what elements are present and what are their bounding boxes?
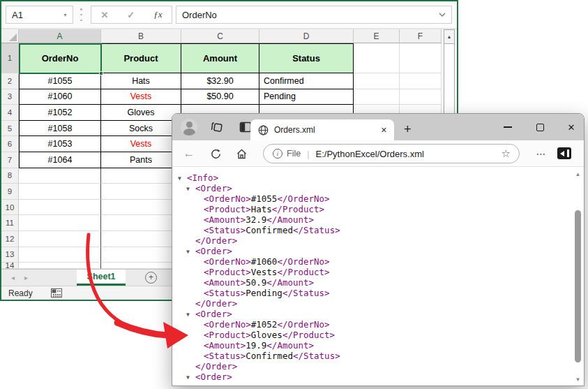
cell-empty[interactable] [19, 215, 101, 231]
cell-D3[interactable]: Pending [259, 89, 354, 105]
row-header-12[interactable]: 12 [1, 231, 19, 247]
header-cell-Product[interactable]: Product [101, 43, 181, 73]
minimize-button[interactable] [497, 114, 518, 140]
cell-empty[interactable] [19, 168, 101, 184]
row-header-7[interactable]: 7 [1, 152, 19, 168]
cell-A5[interactable]: #1058 [19, 121, 101, 137]
row-header-2[interactable]: 2 [1, 73, 19, 89]
formula-bar-expand-icon[interactable] [439, 13, 446, 17]
select-all-corner[interactable] [1, 29, 19, 43]
cell-B6[interactable]: Vests [101, 136, 181, 152]
favorite-star-icon[interactable]: ☆ [502, 147, 511, 160]
cell-empty[interactable] [101, 247, 181, 263]
name-box-caret-icon[interactable]: ▼ [63, 13, 68, 17]
row-header-8[interactable]: 8 [1, 168, 19, 184]
cell-empty[interactable] [400, 73, 442, 89]
cell-empty[interactable] [354, 73, 400, 89]
sheet-tab-sheet1[interactable]: Sheet1 [77, 270, 126, 286]
cancel-icon[interactable]: ✕ [100, 10, 108, 20]
cell-empty[interactable] [19, 200, 101, 216]
cell-empty[interactable] [354, 43, 400, 73]
cell-A6[interactable]: #1053 [19, 136, 101, 152]
close-button[interactable]: ✕ [561, 114, 582, 140]
sheet-prev-icon[interactable]: ◂ [11, 274, 15, 281]
sheet-row: 1OrderNoProductAmountStatus [1, 43, 442, 73]
row-header-14[interactable]: 14 [1, 263, 19, 269]
row-header-3[interactable]: 3 [1, 89, 19, 105]
header-cell-Status[interactable]: Status [259, 43, 354, 73]
cell-C2[interactable]: $32.90 [181, 73, 259, 89]
new-sheet-button[interactable]: + [145, 272, 157, 284]
column-header-C[interactable]: C [181, 29, 259, 43]
sidebar-toggle-icon[interactable] [557, 147, 571, 159]
cell-empty[interactable] [101, 200, 181, 216]
scroll-up-icon[interactable]: ▲ [573, 171, 583, 177]
column-header-E[interactable]: E [354, 29, 400, 43]
cell-empty[interactable] [101, 231, 181, 247]
column-header-D[interactable]: D [259, 29, 354, 43]
cell-B4[interactable]: Gloves [101, 105, 181, 121]
row-header-13[interactable]: 13 [1, 247, 19, 263]
collapse-triangle-icon[interactable]: ▼ [186, 372, 195, 383]
column-header-F[interactable]: F [400, 29, 442, 43]
insert-function-icon[interactable]: ƒx [153, 9, 162, 20]
cell-empty[interactable] [400, 89, 442, 105]
row-header-11[interactable]: 11 [1, 215, 19, 231]
collapse-triangle-icon[interactable]: ▼ [186, 247, 195, 257]
cell-B7[interactable]: Pants [101, 152, 181, 168]
header-cell-OrderNo[interactable]: OrderNo [19, 43, 101, 73]
row-header-4[interactable]: 4 [1, 105, 19, 121]
formula-bar-input[interactable]: OrderNo [176, 6, 452, 24]
collapse-triangle-icon[interactable]: ▼ [186, 309, 195, 320]
row-header-10[interactable]: 10 [1, 200, 19, 216]
row-header-9[interactable]: 9 [1, 184, 19, 200]
cell-B5[interactable]: Socks [101, 121, 181, 137]
sheet-next-icon[interactable]: ▸ [24, 274, 28, 281]
cell-empty[interactable] [101, 215, 181, 231]
refresh-button[interactable] [206, 140, 225, 167]
header-cell-Amount[interactable]: Amount [181, 43, 259, 73]
scroll-up-icon[interactable]: ▲ [444, 30, 454, 44]
page-info-icon[interactable]: i [273, 149, 282, 159]
cell-empty[interactable] [19, 231, 101, 247]
address-bar[interactable]: i File | E:/PythonExcel/Orders.xml ☆ [263, 144, 520, 163]
macro-record-icon[interactable] [51, 288, 62, 298]
enter-icon[interactable]: ✓ [127, 10, 135, 20]
cell-empty[interactable] [101, 184, 181, 200]
column-header-A[interactable]: A [19, 29, 101, 43]
cell-D2[interactable]: Confirmed [259, 73, 354, 89]
collapse-triangle-icon[interactable]: ▼ [186, 184, 195, 194]
row-header-6[interactable]: 6 [1, 136, 19, 152]
scroll-down-icon[interactable]: ▼ [573, 376, 583, 383]
cell-B3[interactable]: Vests [101, 89, 181, 105]
cell-empty[interactable] [19, 263, 101, 269]
collapse-triangle-icon[interactable]: ▼ [178, 173, 187, 184]
scrollbar-thumb[interactable] [575, 210, 581, 362]
home-button[interactable] [232, 140, 250, 167]
workspaces-icon[interactable] [210, 121, 223, 134]
cell-A2[interactable]: #1055 [19, 73, 101, 89]
new-tab-button[interactable]: + [404, 119, 412, 139]
browser-tab-orders-xml[interactable]: Orders.xml ✕ [250, 119, 394, 140]
name-box[interactable]: A1 ▼ [6, 6, 73, 24]
more-menu-icon[interactable]: ⋯ [532, 140, 550, 167]
tab-close-icon[interactable]: ✕ [381, 126, 387, 135]
browser-vertical-scrollbar[interactable]: ▲ ▼ [573, 168, 583, 384]
cell-empty[interactable] [19, 184, 101, 200]
row-header-1[interactable]: 1 [1, 43, 19, 73]
cell-empty[interactable] [101, 168, 181, 184]
cell-A4[interactable]: #1052 [19, 105, 101, 121]
maximize-button[interactable] [529, 114, 550, 140]
cell-A7[interactable]: #1064 [19, 152, 101, 168]
cell-A3[interactable]: #1060 [19, 89, 101, 105]
cell-empty[interactable] [400, 43, 442, 73]
cell-empty[interactable] [101, 263, 181, 269]
column-header-B[interactable]: B [101, 29, 181, 43]
cell-C3[interactable]: $50.90 [181, 89, 259, 105]
cell-B2[interactable]: Hats [101, 73, 181, 89]
row-header-5[interactable]: 5 [1, 121, 19, 137]
profile-avatar-icon[interactable] [181, 119, 197, 135]
cell-empty[interactable] [19, 247, 101, 263]
cell-empty[interactable] [354, 89, 400, 105]
back-button[interactable]: ← [180, 140, 198, 167]
